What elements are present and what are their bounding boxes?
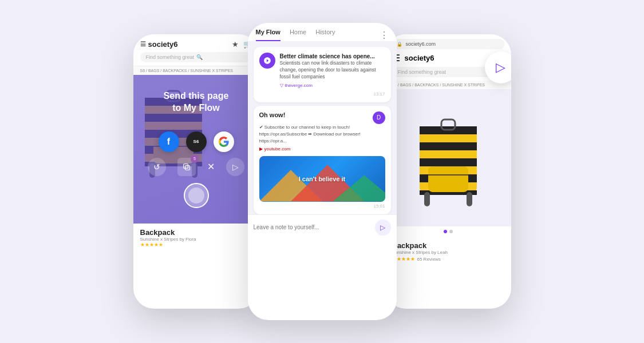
search-icon: 🔍 [196,54,247,60]
left-search-bar[interactable]: Find something great 🔍 [140,52,252,62]
svg-rect-26 [467,192,472,206]
left-breadcrumb: S6 / BAGS / BACKPACKS / SUNSHINE X STRIP… [133,66,259,75]
right-breadcrumb: S6 / BAGS / BACKPACKS / SUNSHINE X STRIP… [385,81,511,89]
card-2-yt-link[interactable]: ▶ youtube.com [259,146,385,151]
url-text: society6.com [406,41,436,47]
card-2-time: 15:01 [259,204,385,209]
yt-play-icon: ▶ [259,146,263,151]
card-1-title: Better climate science has opene... [280,53,385,60]
copy-btn-wrapper: 5 [177,158,196,176]
reload-action-btn[interactable]: ↺ [148,158,166,176]
svg-rect-22 [428,166,468,192]
send-overlay: Send this pageto My Flow f S6 ↺ [133,75,259,224]
card-1-time: 13:17 [259,91,385,97]
right-logo: society6 [405,54,434,62]
card-2-body: ✔ Subscribe to our channel to keep in to… [259,124,385,145]
right-product-area [385,89,511,226]
left-product-subtitle: Sunshine x Stripes by Flora [140,237,252,242]
svg-rect-18 [420,142,477,150]
tab-history[interactable]: History [315,29,335,41]
left-product-area: Send this pageto My Flow f S6 ↺ [133,75,259,224]
dot-1 [444,230,447,233]
right-product-info: Backpack Sunshine x Stripes by Leah ★★★★… [385,237,511,266]
copy-action-btn[interactable]: 5 [177,158,196,176]
center-phone: My Flow Home History ⋮ Better climate sc… [248,23,397,320]
feed-area: Better climate science has opene... Scie… [248,41,397,214]
left-product-stars: ★★★★★ [140,242,252,248]
image-dots [385,226,511,237]
svg-rect-19 [420,158,477,166]
hamburger-icon[interactable]: ☰ [140,41,146,48]
card-1-link[interactable]: ▽ theverge.com [280,83,385,88]
badge-count: 5 [191,155,199,163]
left-product-title: Backpack [140,228,252,237]
close-overlay-btn[interactable]: ✕ [207,161,215,172]
card-2-d-icon: D [373,111,385,124]
note-input[interactable] [254,224,370,230]
card-1-icon [259,53,275,69]
tab-home[interactable]: Home [290,29,306,41]
card-1-body: Scientists can now link disasters to cli… [280,60,385,81]
backpack-image-right [408,103,488,212]
search-placeholder: Find something great [146,54,196,60]
right-phone: ▷ 🔒 society6.com ☰ society6 Find somethi… [385,34,511,309]
left-logo: society6 [148,40,178,49]
bookmark-icon[interactable]: ★ [232,40,239,49]
svg-rect-25 [424,192,430,206]
video-thumbnail[interactable]: I can't believe it [259,156,385,202]
send-overlay-title: Send this pageto My Flow [164,90,229,114]
svg-rect-12 [184,164,188,169]
tab-myflow[interactable]: My Flow [256,29,280,41]
feed-card-2: Oh wow! D ✔ Subscribe to our channel to … [254,106,391,214]
video-text: I can't believe it [299,176,345,182]
s6-share-icon[interactable]: S6 [186,131,207,152]
right-product-title: Backpack [392,241,504,250]
url-bar[interactable]: 🔒 society6.com [392,39,504,49]
arrow-right-icon: ▷ [496,60,505,75]
lock-icon: 🔒 [397,42,402,47]
left-product-info: Backpack Sunshine x Stripes by Flora ★★★… [133,224,259,252]
svg-rect-11 [185,165,190,170]
facebook-share-icon[interactable]: f [159,131,179,152]
more-options-icon[interactable]: ⋮ [380,30,389,41]
right-product-subtitle: Sunshine x Stripes by Leah [392,250,504,255]
google-share-icon[interactable] [214,131,234,152]
center-tabs: My Flow Home History ⋮ [256,29,389,41]
send-note-button[interactable]: ▷ [375,220,391,236]
card-2-title: Oh wow! [259,111,286,118]
share-icons-row: f S6 [159,131,234,152]
left-phone-header: ☰ society6 ★ 🛒 Find something great 🔍 [133,34,259,66]
dot-2 [449,230,453,233]
feed-card-1: Better climate science has opene... Scie… [254,47,391,102]
right-search-placeholder: Find something great [398,69,492,75]
right-review-count: 65 Reviews [417,257,441,262]
phones-container: ☰ society6 ★ 🛒 Find something great 🔍 S6… [133,23,511,320]
send-note-icon: ▷ [380,224,385,232]
left-phone: ☰ society6 ★ 🛒 Find something great 🔍 S6… [133,34,259,309]
send-action-btn[interactable]: ▷ [226,158,244,176]
note-input-area: ▷ [248,214,397,240]
main-circle-btn[interactable] [184,183,209,208]
center-header: My Flow Home History ⋮ [248,23,397,41]
